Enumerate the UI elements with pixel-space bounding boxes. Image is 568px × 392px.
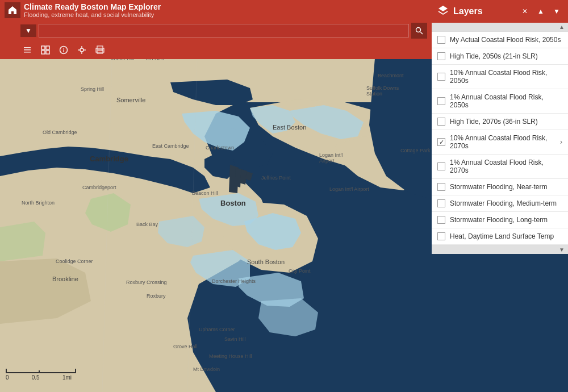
layer-checkbox-2[interactable] <box>437 73 445 81</box>
layer-label-3: 1% Annual Coastal Flood Risk, 2050s <box>450 93 562 109</box>
layers-scroll-up-button[interactable]: ▲ <box>535 6 546 17</box>
home-icon <box>8 6 17 15</box>
scale-label-0: 0 <box>6 374 9 381</box>
info-button[interactable]: i <box>57 43 70 57</box>
crosshair-button[interactable] <box>75 43 89 57</box>
search-button[interactable] <box>411 23 427 39</box>
svg-line-4 <box>420 32 423 34</box>
svg-point-3 <box>416 28 421 32</box>
layer-checkbox-0[interactable] <box>437 36 445 44</box>
layer-item-0[interactable]: My Actual Coastal Flood Risk, 2050s <box>432 32 568 48</box>
search-dropdown-button[interactable]: ▼ <box>20 24 36 37</box>
layer-label-1: High Tide, 2050s (21-in SLR) <box>450 52 562 60</box>
svg-rect-5 <box>24 47 31 48</box>
scale-tick-end <box>72 369 76 373</box>
layer-item-7[interactable]: Stormwater Flooding, Near-term <box>432 179 568 195</box>
layer-arrow-5: › <box>560 138 562 146</box>
title-text: Climate Ready Boston Map Explorer Floodi… <box>24 2 427 18</box>
svg-rect-11 <box>46 51 49 54</box>
grid-icon <box>41 45 50 55</box>
print-icon <box>95 45 105 55</box>
layer-label-5: 10% Annual Coastal Flood Risk, 2070s <box>450 134 556 150</box>
layer-item-5[interactable]: 10% Annual Coastal Flood Risk, 2070s› <box>432 130 568 155</box>
scale-tick-start <box>6 369 10 373</box>
layer-label-9: Stormwater Flooding, Long-term <box>450 216 562 224</box>
scale-labels: 0 0.5 1mi <box>6 374 72 381</box>
layer-checkbox-10[interactable] <box>437 232 445 240</box>
svg-rect-19 <box>97 46 103 49</box>
layers-scroll-indicator: ▲ <box>432 23 568 32</box>
layer-label-4: High Tide, 2070s (36-in SLR) <box>450 118 562 126</box>
search-icon <box>415 27 423 35</box>
dropdown-arrow-icon: ▼ <box>25 27 32 35</box>
crosshair-icon <box>77 45 86 55</box>
layers-stack-icon <box>437 5 449 16</box>
layer-checkbox-4[interactable] <box>437 118 445 126</box>
scale-tick-mid <box>39 370 43 373</box>
scale-segment-1 <box>10 372 39 373</box>
map-container: North Cambridge Winter Hill Ten Hills Ch… <box>0 0 568 392</box>
layer-label-2: 10% Annual Coastal Flood Risk, 2050s <box>450 69 562 85</box>
info-icon: i <box>59 45 68 55</box>
layers-panel: Layers ✕ ▲ ▼ ▲ My Actual Coastal Flood R… <box>432 0 568 254</box>
svg-rect-10 <box>41 51 45 54</box>
search-row: ▼ <box>0 20 432 41</box>
list-button[interactable] <box>20 43 34 57</box>
layer-checkbox-1[interactable] <box>437 52 445 60</box>
layer-item-1[interactable]: High Tide, 2050s (21-in SLR) <box>432 48 568 65</box>
layer-item-9[interactable]: Stormwater Flooding, Long-term <box>432 212 568 228</box>
layer-label-6: 1% Annual Coastal Flood Risk, 2070s <box>450 159 562 174</box>
scale-label-half: 0.5 <box>32 374 40 381</box>
print-button[interactable] <box>93 43 107 57</box>
layers-title: Layers <box>453 6 515 16</box>
layer-label-0: My Actual Coastal Flood Risk, 2050s <box>450 36 562 44</box>
layer-checkbox-8[interactable] <box>437 199 445 207</box>
layer-item-8[interactable]: Stormwater Flooding, Medium-term <box>432 195 568 212</box>
layers-icon <box>437 5 449 18</box>
layers-scroll-down-indicator: ▼ <box>432 245 568 254</box>
layer-item-3[interactable]: 1% Annual Coastal Flood Risk, 2050s <box>432 89 568 114</box>
layer-item-2[interactable]: 10% Annual Coastal Flood Risk, 2050s <box>432 65 568 89</box>
layers-list: ▲ My Actual Coastal Flood Risk, 2050sHig… <box>432 23 568 254</box>
top-bar: Climate Ready Boston Map Explorer Floodi… <box>0 0 432 59</box>
svg-rect-7 <box>24 52 31 53</box>
svg-rect-6 <box>24 49 31 51</box>
scale-label-1mi: 1mi <box>62 374 72 381</box>
home-button[interactable] <box>5 2 20 18</box>
layer-item-4[interactable]: High Tide, 2070s (36-in SLR) <box>432 114 568 130</box>
layer-checkbox-7[interactable] <box>437 183 445 191</box>
app-title: Climate Ready Boston Map Explorer <box>24 2 427 11</box>
layers-close-button[interactable]: ✕ <box>519 6 531 17</box>
layer-label-7: Stormwater Flooding, Near-term <box>450 183 562 191</box>
svg-text:i: i <box>63 48 65 53</box>
svg-point-22 <box>102 49 103 51</box>
layer-checkbox-3[interactable] <box>437 97 445 105</box>
layer-label-10: Heat, Daytime Land Surface Temp <box>450 232 562 240</box>
scale-bar: 0 0.5 1mi <box>6 369 76 381</box>
layer-checkbox-9[interactable] <box>437 216 445 224</box>
grid-button[interactable] <box>39 43 52 57</box>
toolbar-row: i <box>0 41 432 59</box>
layers-header: Layers ✕ ▲ ▼ <box>432 0 568 23</box>
scale-segment-2 <box>43 372 72 373</box>
list-icon <box>23 45 32 55</box>
layer-label-8: Stormwater Flooding, Medium-term <box>450 199 562 207</box>
app-subtitle: Flooding, extreme heat, and social vulne… <box>24 11 427 18</box>
svg-rect-9 <box>46 46 49 49</box>
svg-rect-8 <box>41 46 45 49</box>
title-row: Climate Ready Boston Map Explorer Floodi… <box>0 0 432 20</box>
layer-checkbox-6[interactable] <box>437 162 445 170</box>
layer-item-6[interactable]: 1% Annual Coastal Flood Risk, 2070s <box>432 155 568 179</box>
layer-item-10[interactable]: Heat, Daytime Land Surface Temp <box>432 228 568 245</box>
svg-point-14 <box>80 48 83 52</box>
layers-scroll-down-button[interactable]: ▼ <box>551 6 562 17</box>
layer-checkbox-5[interactable] <box>437 138 445 146</box>
search-input[interactable] <box>39 24 409 37</box>
